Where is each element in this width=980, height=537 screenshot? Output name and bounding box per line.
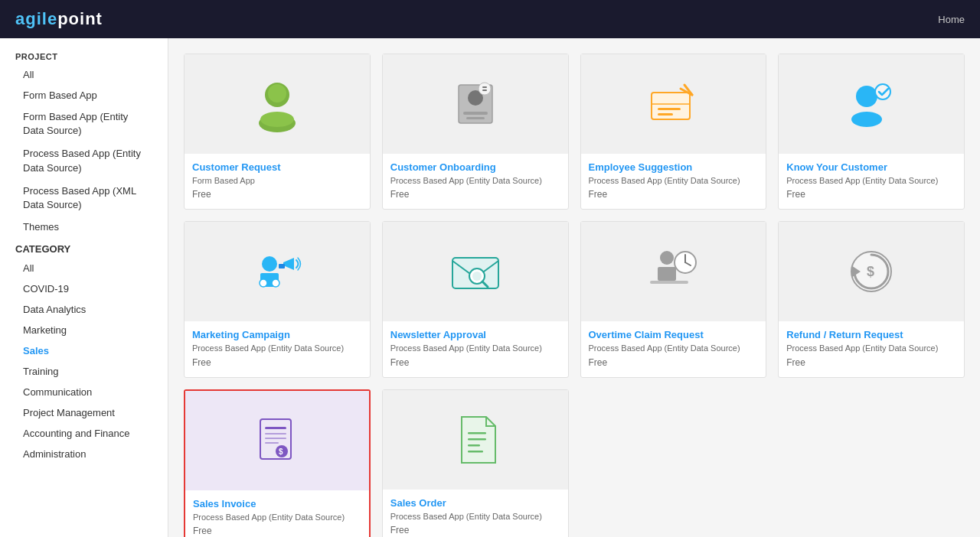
app-type-newsletter-approval: Process Based App (Entity Data Source) [390,343,560,354]
svg-rect-10 [482,90,487,91]
app-info-customer-request: Customer Request Form Based App Free [185,154,370,209]
logo: agilepoint [15,9,103,29]
app-card-customer-onboarding[interactable]: Customer Onboarding Process Based App (E… [382,54,569,210]
svg-rect-6 [463,112,488,115]
svg-text:$: $ [279,447,283,456]
app-price-marketing-campaign: Free [192,357,362,368]
app-info-sales-invoice: Sales Invoice Process Based App (Entity … [185,490,369,537]
app-info-know-your-customer: Know Your Customer Process Based App (En… [779,154,964,209]
app-title-overtime-claim: Overtime Claim Request [589,329,759,340]
app-type-customer-request: Form Based App [192,175,362,187]
home-nav[interactable]: Home [938,14,965,25]
app-type-overtime-claim: Process Based App (Entity Data Source) [589,343,759,354]
app-card-marketing-campaign[interactable]: Marketing Campaign Process Based App (En… [184,221,371,377]
svg-rect-41 [265,442,279,444]
app-type-know-your-customer: Process Based App (Entity Data Source) [786,175,956,187]
sidebar-item-cat-data[interactable]: Data Analytics [0,299,168,320]
svg-rect-7 [466,117,485,119]
sidebar-item-cat-training[interactable]: Training [0,361,168,382]
app-icon-sales-order [383,390,568,490]
app-type-sales-invoice: Process Based App (Entity Data Source) [193,512,361,523]
sidebar-item-process-entity[interactable]: Process Based App (EntityData Source) [0,142,168,179]
app-icon-sales-invoice: $ [185,391,369,490]
app-type-customer-onboarding: Process Based App (Entity Data Source) [390,175,560,187]
app-info-customer-onboarding: Customer Onboarding Process Based App (E… [383,154,568,209]
project-section-title: PROJECT [0,46,168,64]
app-price-refund-return: Free [786,357,956,368]
app-title-sales-invoice: Sales Invoice [193,498,361,509]
app-title-employee-suggestion: Employee Suggestion [589,161,759,173]
sidebar-item-cat-accounting[interactable]: Accounting and Finance [0,423,168,444]
sidebar-item-form-entity[interactable]: Form Based App (EntityData Source) [0,106,168,142]
svg-rect-9 [482,86,487,88]
app-type-sales-order: Process Based App (Entity Data Source) [390,511,560,522]
sidebar-item-all[interactable]: All [0,64,168,85]
app-title-customer-onboarding: Customer Onboarding [390,161,560,173]
app-card-sales-invoice[interactable]: $ Sales Invoice Process Based App (Entit… [184,389,371,537]
sidebar-item-cat-admin[interactable]: Administration [0,444,168,464]
sidebar-item-cat-all[interactable]: All [0,258,168,278]
app-card-employee-suggestion[interactable]: Employee Suggestion Process Based App (E… [580,54,767,210]
svg-point-2 [268,84,286,103]
app-info-marketing-campaign: Marketing Campaign Process Based App (En… [185,321,370,376]
svg-point-19 [262,256,277,272]
svg-point-28 [660,251,674,265]
app-icon-customer-onboarding [383,54,568,154]
svg-point-22 [272,279,279,287]
sidebar: PROJECT All Form Based App Form Based Ap… [0,38,168,537]
app-icon-marketing-campaign [185,222,370,321]
svg-point-21 [260,279,267,287]
main-content: Customer Request Form Based App Free [168,38,980,537]
app-card-refund-return[interactable]: $ Refund / Return Request Process Based … [778,221,965,377]
sidebar-item-cat-pm[interactable]: Project Management [0,402,168,423]
app-price-customer-request: Free [192,189,362,200]
app-price-sales-order: Free [390,525,560,535]
sidebar-item-themes[interactable]: Themes [0,216,168,237]
app-price-employee-suggestion: Free [589,189,759,200]
svg-point-16 [851,112,882,127]
sidebar-item-cat-covid[interactable]: COVID-19 [0,278,168,299]
app-info-sales-order: Sales Order Process Based App (Entity Da… [383,490,568,537]
app-info-employee-suggestion: Employee Suggestion Process Based App (E… [581,154,766,209]
svg-point-27 [472,272,482,281]
app-icon-overtime-claim [581,222,766,321]
svg-rect-46 [468,444,480,447]
app-info-refund-return: Refund / Return Request Process Based Ap… [779,321,964,376]
svg-rect-23 [279,264,285,268]
svg-rect-40 [265,438,286,439]
app-price-overtime-claim: Free [589,357,759,368]
app-icon-know-your-customer [779,54,964,154]
app-card-sales-order[interactable]: Sales Order Process Based App (Entity Da… [382,389,569,537]
app-type-employee-suggestion: Process Based App (Entity Data Source) [589,175,759,187]
app-icon-customer-request [185,54,370,154]
app-card-customer-request[interactable]: Customer Request Form Based App Free [184,54,371,210]
sidebar-item-process-xml[interactable]: Process Based App (XMLData Source) [0,180,168,216]
app-title-sales-order: Sales Order [390,497,560,509]
app-icon-refund-return: $ [779,222,964,321]
svg-point-3 [260,112,294,127]
app-title-newsletter-approval: Newsletter Approval [390,329,560,340]
svg-rect-33 [650,281,688,284]
app-type-marketing-campaign: Process Based App (Entity Data Source) [192,343,362,354]
app-title-customer-request: Customer Request [192,161,362,173]
category-section-title: CATEGORY [0,237,168,258]
app-title-refund-return: Refund / Return Request [786,329,956,340]
app-title-marketing-campaign: Marketing Campaign [192,329,362,340]
app-card-newsletter-approval[interactable]: Newsletter Approval Process Based App (E… [382,221,569,377]
sidebar-item-cat-sales[interactable]: Sales [0,340,168,361]
sidebar-item-cat-communication[interactable]: Communication [0,382,168,402]
svg-rect-47 [468,451,483,453]
sidebar-item-form-based[interactable]: Form Based App [0,85,168,106]
app-info-newsletter-approval: Newsletter Approval Process Based App (E… [383,321,568,376]
app-title-know-your-customer: Know Your Customer [786,161,956,173]
app-icon-newsletter-approval [383,222,568,321]
app-price-know-your-customer: Free [786,189,956,200]
svg-rect-14 [658,113,673,116]
app-price-customer-onboarding: Free [390,189,560,200]
app-card-know-your-customer[interactable]: Know Your Customer Process Based App (En… [778,54,965,210]
app-grid: Customer Request Form Based App Free [184,54,965,537]
app-card-overtime-claim[interactable]: Overtime Claim Request Process Based App… [580,221,767,377]
sidebar-item-cat-marketing[interactable]: Marketing [0,320,168,340]
app-type-refund-return: Process Based App (Entity Data Source) [786,343,956,354]
svg-rect-29 [658,267,676,281]
